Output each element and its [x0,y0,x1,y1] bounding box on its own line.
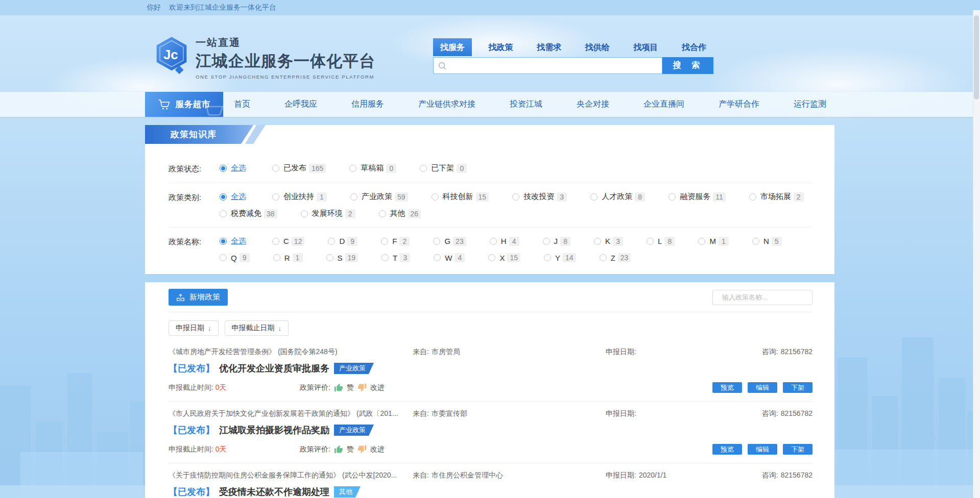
radio-icon[interactable] [490,238,497,245]
radio-icon[interactable] [752,238,759,245]
sort-button[interactable]: 申报日期 ↓ [169,320,219,336]
radio-icon[interactable] [273,254,280,261]
sort-button[interactable]: 申报截止日期 ↓ [225,320,289,336]
thumb-up-icon[interactable] [334,445,343,454]
policy-title-link[interactable]: 优化开发企业资质审批服务 [219,362,329,375]
radio-icon[interactable] [272,165,279,172]
header-search-input[interactable] [450,57,657,74]
radio-icon[interactable] [647,238,654,245]
nav-item[interactable]: 企呼我应 [284,99,317,110]
filter-option[interactable]: 融资服务 11 [668,192,726,202]
filter-option[interactable]: 发展环境 2 [301,209,355,218]
nav-item[interactable]: 产业链供求对接 [418,99,475,110]
nav-item[interactable]: 企业直播间 [643,99,684,110]
nav-item[interactable]: 首页 [234,99,250,110]
like-label[interactable]: 赞 [347,445,354,454]
filter-option[interactable]: Z 23 [600,253,631,262]
page-scrollbar[interactable] [973,10,980,498]
filter-option[interactable]: 市场拓展 2 [749,192,804,202]
policy-title-link[interactable]: 江城取景拍摄影视作品奖励 [219,424,329,436]
filter-option[interactable]: C 12 [272,237,304,246]
header-search-button[interactable]: 搜 索 [662,57,713,74]
radio-icon[interactable] [328,238,335,245]
radio-icon[interactable] [600,254,607,261]
filter-option[interactable]: Y 14 [544,253,576,262]
filter-option[interactable]: R 1 [273,253,303,262]
radio-icon[interactable] [512,193,519,201]
filter-option[interactable]: 人才政策 8 [590,192,645,202]
dislike-label[interactable]: 改进 [370,445,385,454]
filter-option[interactable]: D 9 [328,237,357,246]
search-category-tab[interactable]: 找政策 [482,38,520,56]
thumb-down-icon[interactable] [357,383,367,392]
radio-icon[interactable] [381,238,388,245]
filter-option[interactable]: K 3 [594,237,623,246]
radio-icon[interactable] [381,254,389,261]
radio-icon[interactable] [220,238,227,245]
filter-option[interactable]: J 8 [543,237,571,246]
filter-option[interactable]: 创业扶持 1 [272,192,327,202]
radio-icon[interactable] [272,193,279,201]
filter-option[interactable]: 其他 26 [379,209,421,218]
filter-option[interactable]: 全选 [220,163,249,173]
radio-icon[interactable] [698,238,705,245]
nav-item[interactable]: 产学研合作 [719,99,759,110]
radio-icon[interactable] [220,210,227,217]
radio-icon[interactable] [420,165,427,172]
filter-option[interactable]: W 4 [434,253,465,262]
radio-icon[interactable] [220,165,227,172]
radio-icon[interactable] [668,193,676,201]
radio-icon[interactable] [349,165,356,172]
search-category-tab[interactable]: 找合作 [675,38,713,56]
radio-icon[interactable] [594,238,601,245]
policy-search-input[interactable] [721,293,813,302]
filter-option[interactable]: 全选 [220,236,249,246]
radio-icon[interactable] [326,254,333,261]
filter-option[interactable]: 已下架 0 [420,163,467,173]
like-label[interactable]: 赞 [347,383,354,392]
radio-icon[interactable] [272,238,279,245]
filter-option[interactable]: T 3 [381,253,410,262]
add-policy-button[interactable]: 新增政策 [169,289,228,306]
policy-title-link[interactable]: 受疫情未还款不作逾期处理 [219,486,329,498]
preview-button[interactable]: 预览 [712,382,742,393]
radio-icon[interactable] [544,254,551,261]
radio-icon[interactable] [379,210,386,217]
preview-button[interactable]: 预览 [712,444,742,455]
nav-item-service-market[interactable]: 服务超市 [145,92,223,117]
radio-icon[interactable] [590,193,597,201]
filter-option[interactable]: 技改投资 3 [512,192,567,202]
dislike-label[interactable]: 改进 [370,383,385,392]
radio-icon[interactable] [220,254,227,261]
filter-option[interactable]: N 5 [752,237,782,246]
filter-option[interactable]: S 19 [326,253,358,262]
radio-icon[interactable] [220,193,227,201]
filter-option[interactable]: 草稿箱 0 [349,163,396,173]
filter-option[interactable]: 已发布 165 [272,163,326,173]
nav-item[interactable]: 运行监测 [794,99,826,110]
edit-button[interactable]: 编辑 [748,444,777,455]
filter-option[interactable]: X 15 [488,253,520,262]
scrollbar-thumb[interactable] [974,15,979,99]
filter-option[interactable]: G 23 [433,237,466,246]
nav-item[interactable]: 信用服务 [351,99,384,110]
radio-icon[interactable] [749,193,756,201]
filter-option[interactable]: Q 9 [220,253,250,262]
filter-option[interactable]: F 2 [381,237,410,246]
radio-icon[interactable] [434,254,441,261]
filter-option[interactable]: 科技创新 15 [432,192,489,202]
search-category-tab[interactable]: 找项目 [626,38,665,56]
nav-item[interactable]: 投资江城 [510,99,542,110]
thumb-down-icon[interactable] [357,445,367,454]
unpublish-button[interactable]: 下架 [783,444,812,455]
radio-icon[interactable] [543,238,550,245]
edit-button[interactable]: 编辑 [748,382,777,393]
unpublish-button[interactable]: 下架 [783,382,812,393]
thumb-up-icon[interactable] [334,383,343,392]
filter-option[interactable]: 税费减免 38 [220,209,277,218]
radio-icon[interactable] [350,193,357,201]
radio-icon[interactable] [433,238,440,245]
filter-option[interactable]: L 8 [647,237,675,246]
search-category-tab[interactable]: 找服务 [433,38,472,56]
search-category-tab[interactable]: 找供给 [578,38,617,56]
